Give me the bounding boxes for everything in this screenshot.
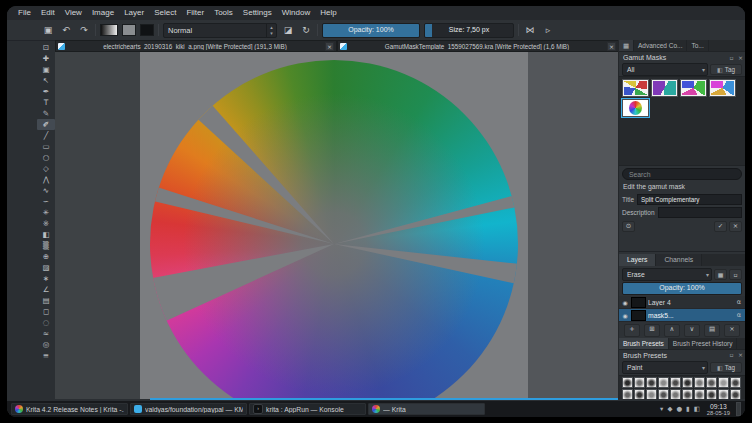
foreground-color-chooser[interactable] [140, 24, 154, 36]
dynamic-brush-tool[interactable]: ✳ [37, 207, 55, 218]
color-sampler-tool[interactable]: ⊕ [37, 251, 55, 262]
menu-help[interactable]: Help [315, 6, 341, 20]
brush-preset-thumb[interactable] [682, 377, 693, 388]
brush-preset-thumb[interactable] [682, 389, 693, 399]
add-layer-button[interactable]: + [624, 324, 640, 337]
polyline-tool[interactable]: ⋀ [37, 174, 55, 185]
duplicate-layer-button[interactable]: ⊞ [644, 324, 660, 337]
mirror-button[interactable]: ⋈ [523, 23, 537, 37]
menu-layer[interactable]: Layer [119, 6, 149, 20]
fill-tool[interactable]: ◧ [37, 229, 55, 240]
touch-docker-tab[interactable]: To... [687, 40, 708, 51]
taskbar-item-4[interactable]: — Krita [368, 403, 485, 415]
layer-blending-mode-combo[interactable]: Erase ▾ [622, 268, 712, 281]
move-layer-down-button[interactable]: ∨ [684, 324, 700, 337]
menu-edit[interactable]: Edit [36, 6, 60, 20]
opacity-slider[interactable]: Opacity: 100% [322, 23, 420, 38]
brush-preset-thumb[interactable] [706, 377, 717, 388]
subwindow-titlebar-kiki[interactable]: electrichearts_20190316_kiki_a.png [Writ… [55, 40, 337, 52]
freehand-path-tool[interactable]: ∽ [37, 196, 55, 207]
tray-icon-4[interactable]: ▮ [686, 405, 690, 413]
edit-shapes-tool[interactable]: ✎ [37, 108, 55, 119]
move-layer-up-button[interactable]: ∧ [664, 324, 680, 337]
transform-tool[interactable]: ⊡ [37, 42, 55, 53]
more-options-button[interactable]: ▹ [541, 23, 555, 37]
mask-description-input[interactable] [658, 207, 742, 218]
gamut-mask-5[interactable] [622, 99, 649, 117]
assistants-tool[interactable]: ∗ [37, 273, 55, 284]
gamut-masks-tab[interactable]: ▦ [619, 40, 634, 51]
close-subwindow-button[interactable]: × [607, 42, 616, 51]
taskbar-item-1[interactable]: Krita 4.2 Release Notes | Krita -... [11, 403, 128, 415]
brush-preset-thumb[interactable] [694, 377, 705, 388]
tray-icon-1[interactable]: ▾ [660, 405, 663, 413]
freehand-selection-tool[interactable]: ≈ [37, 328, 55, 339]
delete-layer-button[interactable]: × [724, 324, 740, 337]
visibility-eye-icon[interactable]: ◉ [621, 299, 629, 306]
smart-patch-tool[interactable]: ▨ [37, 262, 55, 273]
close-docker-button[interactable]: × [736, 53, 745, 63]
polygon-tool[interactable]: ◇ [37, 163, 55, 174]
blending-mode-combo[interactable]: Normal ▴ ▾ [163, 23, 277, 38]
menu-tools[interactable]: Tools [209, 6, 238, 20]
layer-options-button[interactable]: ▫ [729, 269, 742, 280]
close-subwindow-button[interactable]: × [325, 42, 334, 51]
advanced-color-selector-tab[interactable]: Advanced Co... [634, 40, 687, 51]
menu-filter[interactable]: Filter [181, 6, 209, 20]
save-mask-button[interactable]: ✓ [714, 221, 727, 232]
brush-preset-thumb[interactable] [622, 389, 633, 399]
tray-icon-5[interactable]: ◧ [694, 405, 700, 413]
gamut-mask-3[interactable] [680, 79, 707, 97]
multibrush-tool[interactable]: ※ [37, 218, 55, 229]
move-tool[interactable]: ✚ [37, 53, 55, 64]
alpha-lock-icon[interactable]: α [737, 298, 743, 306]
clock[interactable]: 09:13 28-05-19 [707, 403, 730, 416]
taskbar-item-2[interactable]: valdyas/foundation/paypal — KM... [130, 403, 247, 415]
layer-filter-button[interactable]: ▦ [714, 269, 727, 280]
cancel-mask-button[interactable]: × [729, 221, 742, 232]
freehand-brush-tool[interactable]: ✐ [37, 119, 55, 130]
show-desktop-button[interactable] [736, 402, 741, 416]
calligraphy-tool[interactable]: ✒ [37, 86, 55, 97]
brush-preset-thumb[interactable] [718, 377, 729, 388]
menu-image[interactable]: Image [87, 6, 119, 20]
menu-file[interactable]: File [13, 6, 36, 20]
ellipse-tool[interactable]: ○ [37, 152, 55, 163]
save-button[interactable]: ▣ [41, 23, 55, 37]
gamut-mask-1[interactable] [622, 79, 649, 97]
brush-preset-thumb[interactable] [622, 377, 633, 388]
search-input[interactable]: Search [622, 168, 742, 180]
reload-preset-button[interactable]: ↻ [299, 23, 313, 37]
zoom-tool[interactable]: ◎ [37, 339, 55, 350]
visibility-eye-icon[interactable]: ◉ [621, 312, 629, 319]
brush-size-slider[interactable]: Size: 7,50 px [424, 23, 514, 38]
gradient-chooser[interactable] [100, 24, 118, 36]
brush-preset-thumb[interactable] [646, 389, 657, 399]
pan-tool[interactable]: ≡ [37, 350, 55, 361]
tray-icon-2[interactable]: ◆ [667, 405, 672, 413]
subwindow-titlebar-gamut[interactable]: GamutMaskTemplate_1559027569.kra [Write … [337, 40, 619, 52]
eraser-mode-button[interactable]: ◪ [281, 23, 295, 37]
elliptical-selection-tool[interactable]: ◌ [37, 317, 55, 328]
gradient-tool[interactable]: ▒ [37, 240, 55, 251]
gamut-mask-color-wheel[interactable] [150, 60, 518, 399]
menu-view[interactable]: View [60, 6, 87, 20]
alpha-lock-icon[interactable]: α [737, 311, 743, 319]
canvas-area[interactable] [55, 52, 619, 399]
layers-tab[interactable]: Layers [619, 254, 656, 266]
brush-preset-thumb[interactable] [658, 377, 669, 388]
brush-preset-thumb[interactable] [634, 377, 645, 388]
gamut-mask-2[interactable] [651, 79, 678, 97]
brush-preset-thumb[interactable] [730, 389, 741, 399]
layer-properties-button[interactable]: ▤ [704, 324, 720, 337]
brush-preset-thumb[interactable] [658, 389, 669, 399]
mask-tag-filter-combo[interactable]: All ▾ [622, 63, 708, 76]
tray-icon-3[interactable]: ● [676, 405, 682, 413]
menu-settings[interactable]: Settings [238, 6, 277, 20]
bezier-curve-tool[interactable]: ∿ [37, 185, 55, 196]
select-shapes-tool[interactable]: ↖ [37, 75, 55, 86]
gamut-mask-4[interactable] [709, 79, 736, 97]
brush-preset-history-tab[interactable]: Brush Preset History [669, 338, 738, 349]
blending-mode-spinner[interactable]: ▴ ▾ [266, 24, 276, 37]
channels-tab[interactable]: Channels [656, 254, 702, 266]
